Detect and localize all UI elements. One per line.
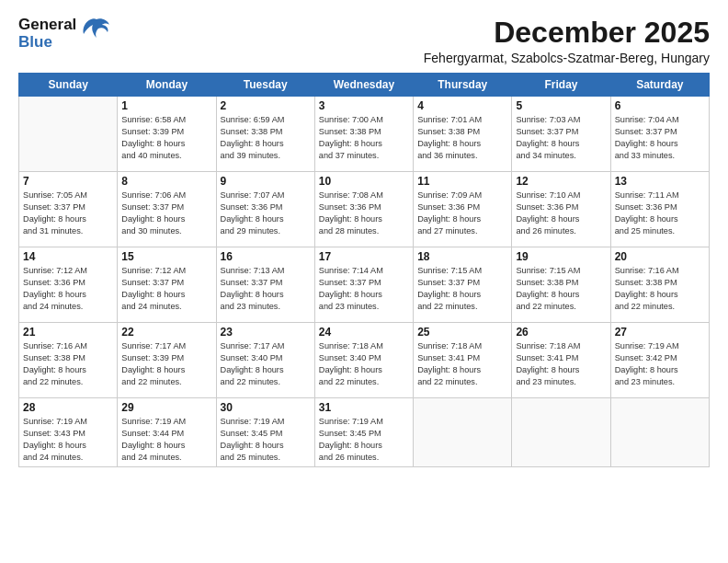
logo-general: General <box>18 16 76 33</box>
day-info: Sunrise: 7:18 AM Sunset: 3:41 PM Dayligh… <box>417 340 507 388</box>
calendar-cell: 21Sunrise: 7:16 AM Sunset: 3:38 PM Dayli… <box>19 323 118 398</box>
calendar-table: Sunday Monday Tuesday Wednesday Thursday… <box>18 73 710 467</box>
calendar-cell: 15Sunrise: 7:12 AM Sunset: 3:37 PM Dayli… <box>118 247 216 323</box>
calendar-cell <box>19 97 118 172</box>
day-info: Sunrise: 7:19 AM Sunset: 3:44 PM Dayligh… <box>121 416 211 464</box>
day-info: Sunrise: 7:16 AM Sunset: 3:38 PM Dayligh… <box>23 340 113 388</box>
day-number: 10 <box>319 175 409 188</box>
calendar-cell: 18Sunrise: 7:15 AM Sunset: 3:37 PM Dayli… <box>414 247 512 323</box>
calendar-cell: 4Sunrise: 7:01 AM Sunset: 3:38 PM Daylig… <box>414 97 512 172</box>
day-number: 24 <box>319 326 409 339</box>
day-number: 21 <box>23 326 113 339</box>
subtitle: Fehergyarmat, Szabolcs-Szatmar-Bereg, Hu… <box>424 51 710 65</box>
calendar-cell: 27Sunrise: 7:19 AM Sunset: 3:42 PM Dayli… <box>610 323 709 398</box>
calendar-cell <box>512 398 610 467</box>
calendar-cell: 19Sunrise: 7:15 AM Sunset: 3:38 PM Dayli… <box>512 247 610 323</box>
day-info: Sunrise: 7:11 AM Sunset: 3:36 PM Dayligh… <box>615 190 705 237</box>
calendar-week-row: 14Sunrise: 7:12 AM Sunset: 3:36 PM Dayli… <box>19 247 710 323</box>
day-number: 19 <box>516 250 606 263</box>
calendar-header-row: Sunday Monday Tuesday Wednesday Thursday… <box>19 74 710 97</box>
calendar-cell: 31Sunrise: 7:19 AM Sunset: 3:45 PM Dayli… <box>314 398 413 467</box>
logo-bird-icon <box>82 17 111 47</box>
header-tuesday: Tuesday <box>216 74 314 97</box>
day-number: 14 <box>23 250 113 263</box>
day-info: Sunrise: 6:59 AM Sunset: 3:38 PM Dayligh… <box>221 114 311 162</box>
header-saturday: Saturday <box>610 74 709 97</box>
calendar-cell: 24Sunrise: 7:18 AM Sunset: 3:40 PM Dayli… <box>314 323 413 398</box>
day-info: Sunrise: 7:07 AM Sunset: 3:36 PM Dayligh… <box>221 190 311 237</box>
day-number: 8 <box>121 175 211 188</box>
calendar-cell: 16Sunrise: 7:13 AM Sunset: 3:37 PM Dayli… <box>216 247 314 323</box>
day-info: Sunrise: 7:15 AM Sunset: 3:37 PM Dayligh… <box>417 265 507 313</box>
header-sunday: Sunday <box>19 74 118 97</box>
day-info: Sunrise: 7:19 AM Sunset: 3:45 PM Dayligh… <box>221 416 311 464</box>
day-info: Sunrise: 7:18 AM Sunset: 3:40 PM Dayligh… <box>319 340 409 388</box>
day-info: Sunrise: 7:17 AM Sunset: 3:40 PM Dayligh… <box>221 340 311 388</box>
day-number: 11 <box>417 175 507 188</box>
logo: General Blue <box>18 17 111 51</box>
day-info: Sunrise: 7:06 AM Sunset: 3:37 PM Dayligh… <box>121 190 211 237</box>
calendar-cell: 11Sunrise: 7:09 AM Sunset: 3:36 PM Dayli… <box>414 172 512 247</box>
calendar-cell: 3Sunrise: 7:00 AM Sunset: 3:38 PM Daylig… <box>314 97 413 172</box>
calendar-cell: 14Sunrise: 7:12 AM Sunset: 3:36 PM Dayli… <box>19 247 118 323</box>
day-info: Sunrise: 7:16 AM Sunset: 3:38 PM Dayligh… <box>615 265 705 313</box>
day-number: 9 <box>221 175 311 188</box>
calendar-cell: 29Sunrise: 7:19 AM Sunset: 3:44 PM Dayli… <box>118 398 216 467</box>
day-number: 17 <box>319 250 409 263</box>
calendar-week-row: 1Sunrise: 6:58 AM Sunset: 3:39 PM Daylig… <box>19 97 710 172</box>
calendar-cell: 13Sunrise: 7:11 AM Sunset: 3:36 PM Dayli… <box>610 172 709 247</box>
day-number: 27 <box>615 326 705 339</box>
calendar-cell: 17Sunrise: 7:14 AM Sunset: 3:37 PM Dayli… <box>314 247 413 323</box>
calendar-cell: 28Sunrise: 7:19 AM Sunset: 3:43 PM Dayli… <box>19 398 118 467</box>
header-friday: Friday <box>512 74 610 97</box>
day-info: Sunrise: 7:12 AM Sunset: 3:36 PM Dayligh… <box>23 265 113 313</box>
day-number: 26 <box>516 326 606 339</box>
day-number: 3 <box>319 99 409 112</box>
day-info: Sunrise: 7:17 AM Sunset: 3:39 PM Dayligh… <box>121 340 211 388</box>
calendar-cell: 7Sunrise: 7:05 AM Sunset: 3:37 PM Daylig… <box>19 172 118 247</box>
day-info: Sunrise: 7:05 AM Sunset: 3:37 PM Dayligh… <box>23 190 113 237</box>
calendar-cell: 22Sunrise: 7:17 AM Sunset: 3:39 PM Dayli… <box>118 323 216 398</box>
calendar-cell: 5Sunrise: 7:03 AM Sunset: 3:37 PM Daylig… <box>512 97 610 172</box>
day-info: Sunrise: 7:00 AM Sunset: 3:38 PM Dayligh… <box>319 114 409 162</box>
title-block: December 2025 Fehergyarmat, Szabolcs-Sza… <box>424 17 710 65</box>
day-number: 16 <box>221 250 311 263</box>
header: General Blue December 2025 Fehergyarmat,… <box>18 17 710 65</box>
day-number: 18 <box>417 250 507 263</box>
day-number: 20 <box>615 250 705 263</box>
day-info: Sunrise: 7:14 AM Sunset: 3:37 PM Dayligh… <box>319 265 409 313</box>
day-info: Sunrise: 7:15 AM Sunset: 3:38 PM Dayligh… <box>516 265 606 313</box>
header-monday: Monday <box>118 74 216 97</box>
day-number: 31 <box>319 401 409 414</box>
day-info: Sunrise: 6:58 AM Sunset: 3:39 PM Dayligh… <box>121 114 211 162</box>
calendar-cell: 9Sunrise: 7:07 AM Sunset: 3:36 PM Daylig… <box>216 172 314 247</box>
calendar-cell: 1Sunrise: 6:58 AM Sunset: 3:39 PM Daylig… <box>118 97 216 172</box>
page: General Blue December 2025 Fehergyarmat,… <box>0 0 728 563</box>
day-info: Sunrise: 7:13 AM Sunset: 3:37 PM Dayligh… <box>221 265 311 313</box>
calendar-cell: 2Sunrise: 6:59 AM Sunset: 3:38 PM Daylig… <box>216 97 314 172</box>
day-number: 1 <box>121 99 211 112</box>
day-info: Sunrise: 7:01 AM Sunset: 3:38 PM Dayligh… <box>417 114 507 162</box>
calendar-cell <box>610 398 709 467</box>
day-number: 22 <box>121 326 211 339</box>
day-number: 12 <box>516 175 606 188</box>
calendar-cell: 30Sunrise: 7:19 AM Sunset: 3:45 PM Dayli… <box>216 398 314 467</box>
calendar-week-row: 7Sunrise: 7:05 AM Sunset: 3:37 PM Daylig… <box>19 172 710 247</box>
calendar-cell: 25Sunrise: 7:18 AM Sunset: 3:41 PM Dayli… <box>414 323 512 398</box>
calendar-week-row: 21Sunrise: 7:16 AM Sunset: 3:38 PM Dayli… <box>19 323 710 398</box>
day-number: 28 <box>23 401 113 414</box>
calendar-cell: 6Sunrise: 7:04 AM Sunset: 3:37 PM Daylig… <box>610 97 709 172</box>
day-number: 13 <box>615 175 705 188</box>
day-number: 4 <box>417 99 507 112</box>
day-info: Sunrise: 7:12 AM Sunset: 3:37 PM Dayligh… <box>121 265 211 313</box>
calendar-cell: 23Sunrise: 7:17 AM Sunset: 3:40 PM Dayli… <box>216 323 314 398</box>
header-thursday: Thursday <box>414 74 512 97</box>
calendar-cell: 26Sunrise: 7:18 AM Sunset: 3:41 PM Dayli… <box>512 323 610 398</box>
logo-blue: Blue <box>18 33 52 51</box>
day-info: Sunrise: 7:04 AM Sunset: 3:37 PM Dayligh… <box>615 114 705 162</box>
calendar-cell: 20Sunrise: 7:16 AM Sunset: 3:38 PM Dayli… <box>610 247 709 323</box>
day-number: 23 <box>221 326 311 339</box>
header-wednesday: Wednesday <box>314 74 413 97</box>
day-info: Sunrise: 7:18 AM Sunset: 3:41 PM Dayligh… <box>516 340 606 388</box>
day-number: 5 <box>516 99 606 112</box>
